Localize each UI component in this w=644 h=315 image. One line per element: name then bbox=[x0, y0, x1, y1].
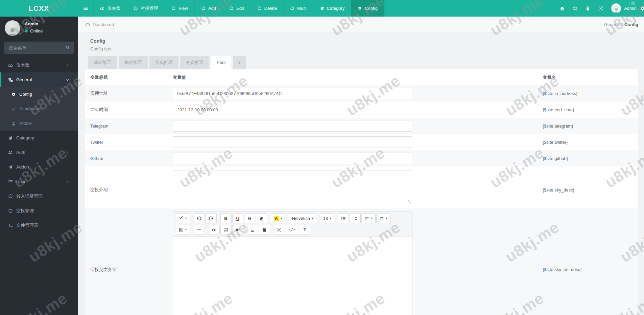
editor-content-area[interactable] bbox=[173, 237, 412, 315]
link-button[interactable] bbox=[209, 225, 220, 234]
fullscreen-button[interactable] bbox=[274, 225, 285, 234]
redo-button[interactable] bbox=[206, 213, 217, 223]
rich-text-editor: ▾BUSA▾Helvetica▾13▾12▾T▾▾</>? bbox=[173, 211, 412, 315]
svg-text:T: T bbox=[381, 217, 383, 220]
tab-email[interactable]: 邮件配置 bbox=[119, 56, 148, 69]
telegram-input[interactable] bbox=[173, 120, 412, 132]
breadcrumb-dashboard-link[interactable]: Dashboard bbox=[85, 22, 114, 27]
search-input[interactable] bbox=[4, 42, 74, 54]
leaf-icon bbox=[8, 136, 13, 140]
page-title: Config bbox=[90, 38, 644, 44]
twitter-input[interactable] bbox=[173, 136, 412, 148]
sidebar-item-auth[interactable]: Auth bbox=[0, 145, 78, 160]
form-row-sky_en_desc: 空投英文介绍▾BUSA▾Helvetica▾13▾12▾T▾▾</>?{$sit… bbox=[85, 208, 638, 315]
nav-item-edit[interactable]: Edit bbox=[223, 0, 251, 17]
paragraph-icon bbox=[364, 216, 369, 221]
users-icon bbox=[8, 150, 13, 155]
circle-icon bbox=[257, 6, 262, 10]
tab-pool[interactable]: Pool bbox=[211, 56, 231, 69]
bold-button[interactable]: B bbox=[220, 213, 232, 223]
field-label: 结束时间 bbox=[85, 107, 173, 113]
horizontal-rule-button[interactable] bbox=[194, 225, 205, 234]
nav-item-multi[interactable]: Multi bbox=[284, 0, 313, 17]
trash-button[interactable] bbox=[581, 0, 594, 17]
breadcrumb: Dashboard General/Config bbox=[78, 17, 644, 33]
expand-button[interactable] bbox=[594, 0, 607, 17]
github-input[interactable] bbox=[173, 153, 412, 164]
line-height-button[interactable]: T▾ bbox=[376, 213, 390, 223]
list-icon bbox=[8, 179, 13, 184]
sidebar-item-dashboard[interactable]: 仪表盘 bbox=[0, 58, 78, 72]
sidebar-item-file-manager[interactable]: 文件管理器 bbox=[0, 218, 78, 232]
unordered-list-button[interactable] bbox=[338, 213, 349, 223]
caret-down-icon: ▾ bbox=[281, 217, 282, 220]
refresh-button[interactable] bbox=[569, 0, 581, 17]
end_time-input[interactable] bbox=[173, 104, 412, 115]
tab-add-tab[interactable]: + bbox=[233, 56, 246, 69]
resize-handle[interactable] bbox=[408, 200, 411, 203]
avatar[interactable] bbox=[611, 3, 621, 13]
font-color-button[interactable]: A▾ bbox=[271, 213, 285, 223]
style-button[interactable]: ▾ bbox=[176, 213, 190, 223]
nav-item-airdrop-manage[interactable]: 空投管理 bbox=[127, 0, 165, 17]
unordered-list-icon bbox=[341, 216, 346, 221]
font-family-select[interactable]: Helvetica▾ bbox=[289, 213, 316, 223]
column-header: 变量值 bbox=[173, 74, 543, 81]
sidebar-item-profile[interactable]: Profile bbox=[0, 116, 78, 131]
circle-icon bbox=[201, 6, 206, 10]
sidebar-item-general[interactable]: General bbox=[0, 72, 78, 87]
sidebar-item-addon[interactable]: Addon bbox=[0, 160, 78, 174]
sidebar-item-airdrop-manage[interactable]: 空投管理 bbox=[0, 203, 78, 218]
navbar-tools bbox=[556, 0, 607, 17]
strikethrough-button[interactable]: S bbox=[244, 213, 255, 223]
undo-icon bbox=[197, 216, 201, 221]
sky_desc-textarea[interactable] bbox=[173, 171, 412, 203]
image-upload-button[interactable] bbox=[247, 225, 258, 234]
nav-item-category[interactable]: Category bbox=[313, 0, 352, 17]
underline-button[interactable]: U bbox=[232, 213, 243, 223]
variable-name: {$site.twitter} bbox=[543, 140, 638, 145]
help-button[interactable]: ? bbox=[299, 225, 310, 234]
tab-dictionary[interactable]: 字典配置 bbox=[149, 56, 178, 69]
nav-item-add[interactable]: Add bbox=[195, 0, 223, 17]
paragraph-button[interactable]: ▾ bbox=[361, 213, 376, 223]
sidebar-item-transfer-records[interactable]: 转入记录管理 bbox=[0, 189, 78, 203]
avatar[interactable] bbox=[5, 20, 20, 36]
home-button[interactable] bbox=[556, 0, 569, 17]
sidebar-item-config[interactable]: Config bbox=[0, 87, 78, 102]
form-header-row: 变量标题 变量值 变量名 bbox=[85, 69, 638, 85]
sidebar-toggle-button[interactable] bbox=[78, 0, 94, 17]
navbar-user-name[interactable]: Admin bbox=[624, 6, 637, 11]
user-icon bbox=[11, 121, 16, 126]
variable-name: {$site.in_address} bbox=[543, 91, 638, 96]
in_address-input[interactable] bbox=[173, 88, 412, 99]
file-button[interactable] bbox=[259, 225, 270, 234]
nav-item-delete[interactable]: Delete bbox=[251, 0, 284, 17]
video-button[interactable] bbox=[232, 225, 243, 234]
picture-icon bbox=[223, 227, 228, 232]
svg-text:1: 1 bbox=[353, 217, 354, 218]
undo-button[interactable] bbox=[194, 213, 205, 223]
field-label: 质押地址 bbox=[85, 90, 173, 96]
settings-icon[interactable] bbox=[640, 0, 644, 17]
sidebar-item-user[interactable]: User bbox=[0, 174, 78, 189]
chevron-left-icon bbox=[66, 151, 69, 154]
nav-item-dashboard[interactable]: 仪表盘 bbox=[94, 0, 127, 17]
nav-item-view[interactable]: View bbox=[165, 0, 195, 17]
page-subtitle: Config tips bbox=[90, 46, 644, 51]
picture-button[interactable] bbox=[220, 225, 232, 234]
clear-format-button[interactable] bbox=[256, 213, 267, 223]
chevron-left-icon bbox=[66, 180, 69, 183]
menu-search bbox=[4, 42, 74, 54]
table-button[interactable]: ▾ bbox=[176, 225, 190, 234]
ordered-list-button[interactable]: 12 bbox=[350, 213, 361, 223]
tab-member[interactable]: 会员配置 bbox=[180, 56, 209, 69]
field-label: Github bbox=[85, 156, 173, 161]
nav-item-config[interactable]: Config bbox=[351, 0, 384, 17]
code-view-button[interactable]: </> bbox=[286, 225, 299, 234]
font-size-select[interactable]: 13▾ bbox=[320, 213, 334, 223]
sidebar-item-attachment[interactable]: Attachment bbox=[0, 102, 78, 116]
ordered-list-icon: 12 bbox=[353, 216, 358, 221]
sidebar-item-category[interactable]: Category bbox=[0, 131, 78, 145]
tab-basic[interactable]: 基础配置 bbox=[88, 56, 117, 69]
